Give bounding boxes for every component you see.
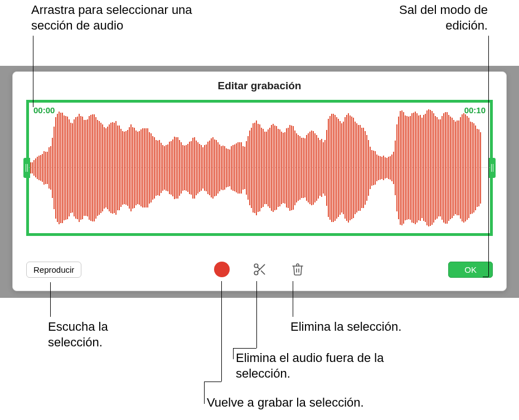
record-icon	[214, 262, 230, 277]
svg-line-4	[257, 267, 259, 269]
edit-recording-panel: Editar grabación 00:00 00:10 Reproducir	[12, 71, 507, 291]
callout-trim-outside: Elimina el audio fuera de la selección.	[236, 350, 403, 381]
leader-line	[233, 348, 234, 359]
callout-drag-select: Arrastra para seleccionar una sección de…	[31, 2, 198, 33]
timecode-start: 00:00	[33, 105, 55, 115]
trash-icon	[291, 262, 304, 277]
callout-delete-selection: Elimina la selección.	[290, 319, 435, 335]
trim-button[interactable]	[250, 260, 269, 279]
edit-toolbar: Reproducir	[26, 258, 493, 281]
svg-line-3	[261, 271, 264, 274]
leader-line	[50, 282, 51, 317]
leader-line	[256, 281, 257, 348]
delete-button[interactable]	[288, 260, 307, 279]
selection-handle-left[interactable]	[23, 158, 30, 178]
callout-listen-selection: Escucha la selección.	[48, 319, 159, 350]
leader-line	[488, 36, 489, 277]
record-button[interactable]	[212, 260, 231, 279]
panel-title: Editar grabación	[13, 72, 506, 98]
callout-rerecord-selection: Vuelve a grabar la selección.	[207, 395, 402, 411]
leader-line	[483, 277, 488, 277]
scissors-icon	[253, 262, 267, 277]
callout-exit-edit: Sal del modo de edición.	[371, 2, 488, 33]
selection-handle-right[interactable]	[489, 158, 496, 178]
waveform-selection-area[interactable]: 00:00 00:10	[26, 100, 493, 236]
play-button[interactable]: Reproducir	[26, 262, 81, 278]
leader-line	[233, 348, 256, 349]
waveform	[30, 107, 489, 229]
leader-line	[204, 382, 205, 404]
timecode-end: 00:10	[464, 105, 486, 115]
leader-line	[33, 36, 33, 107]
leader-line	[204, 382, 221, 382]
center-tool-group	[212, 260, 307, 279]
leader-line	[293, 281, 293, 317]
leader-line	[221, 281, 222, 382]
ok-button[interactable]: OK	[448, 262, 493, 278]
